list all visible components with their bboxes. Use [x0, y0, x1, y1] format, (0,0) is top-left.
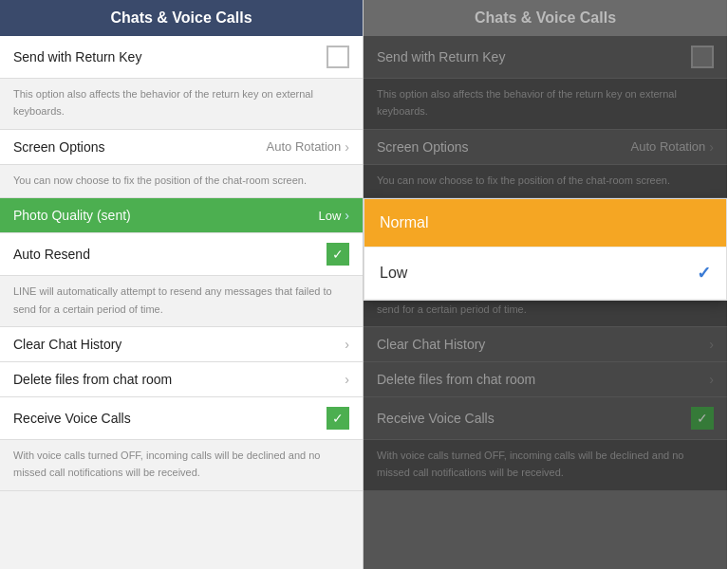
left-receive-voice-calls-desc: With voice calls turned OFF, incoming ca…: [0, 440, 363, 491]
left-screen-options-item[interactable]: Screen Options Auto Rotation ›: [0, 130, 363, 165]
right-screen-options-chevron: ›: [709, 139, 714, 155]
dropdown-low-check: ✓: [697, 263, 711, 284]
left-auto-resend-desc: LINE will automatically attempt to resen…: [0, 276, 363, 327]
right-screen-options-desc: You can now choose to fix the position o…: [364, 165, 727, 198]
right-send-return-key-label: Send with Return Key: [377, 49, 505, 64]
left-screen-options-value: Auto Rotation ›: [267, 139, 349, 155]
right-screen-options-value: Auto Rotation ›: [631, 139, 714, 155]
right-receive-voice-calls-checkbox[interactable]: ✓: [691, 407, 714, 430]
left-auto-resend-label: Auto Resend: [13, 247, 90, 262]
right-delete-files-label: Delete files from chat room: [377, 372, 535, 387]
right-panel-header: Chats & Voice Calls: [364, 0, 727, 36]
left-auto-resend-checkbox[interactable]: ✓: [327, 243, 349, 266]
left-receive-voice-calls-checkbox[interactable]: ✓: [327, 407, 349, 430]
left-send-return-key-desc: This option also affects the behavior of…: [0, 79, 363, 130]
right-send-return-key-item[interactable]: Send with Return Key: [364, 36, 727, 79]
right-receive-voice-calls-item[interactable]: Receive Voice Calls ✓: [364, 397, 727, 440]
left-panel: Chats & Voice Calls Send with Return Key…: [0, 0, 364, 569]
left-clear-chat-history-label: Clear Chat History: [13, 337, 121, 352]
left-delete-files-label: Delete files from chat room: [13, 372, 172, 387]
left-panel-title: Chats & Voice Calls: [110, 9, 252, 26]
left-clear-chat-history-chevron: ›: [345, 337, 349, 352]
left-photo-quality-label: Photo Quality (sent): [13, 208, 131, 223]
left-send-return-key-item[interactable]: Send with Return Key: [0, 36, 363, 79]
right-receive-voice-calls-desc: With voice calls turned OFF, incoming ca…: [364, 440, 727, 491]
right-clear-chat-history-item[interactable]: Clear Chat History ›: [364, 327, 727, 362]
left-send-return-key-checkbox[interactable]: [327, 46, 349, 68]
right-panel: Chats & Voice Calls Send with Return Key…: [364, 0, 727, 569]
left-photo-quality-item[interactable]: Photo Quality (sent) Low ›: [0, 198, 363, 233]
left-delete-files-item[interactable]: Delete files from chat room ›: [0, 362, 363, 397]
right-receive-voice-calls-label: Receive Voice Calls: [377, 411, 495, 426]
right-panel-title: Chats & Voice Calls: [475, 9, 616, 26]
right-photo-quality-item[interactable]: Ph... › Normal Low ✓: [364, 198, 727, 233]
left-photo-quality-value: Low ›: [318, 208, 349, 223]
right-screen-options-label: Screen Options: [377, 139, 469, 155]
photo-quality-dropdown[interactable]: Normal Low ✓: [364, 198, 727, 301]
left-screen-options-chevron: ›: [345, 139, 349, 155]
left-screen-options-label: Screen Options: [13, 139, 105, 155]
left-receive-voice-calls-item[interactable]: Receive Voice Calls ✓: [0, 397, 363, 440]
left-photo-quality-chevron: ›: [345, 208, 349, 223]
right-delete-files-item[interactable]: Delete files from chat room ›: [364, 362, 727, 397]
left-panel-header: Chats & Voice Calls: [0, 0, 363, 36]
left-screen-options-desc: You can now choose to fix the position o…: [0, 165, 363, 198]
right-send-return-key-checkbox[interactable]: [691, 46, 714, 68]
dropdown-normal-label: Normal: [380, 214, 429, 231]
left-send-return-key-label: Send with Return Key: [13, 49, 141, 64]
right-clear-chat-history-label: Clear Chat History: [377, 337, 485, 352]
left-auto-resend-item[interactable]: Auto Resend ✓: [0, 233, 363, 276]
dropdown-option-low[interactable]: Low ✓: [364, 248, 726, 300]
right-settings-list: Send with Return Key This option also af…: [364, 36, 727, 569]
dropdown-low-label: Low: [380, 265, 407, 282]
right-delete-files-chevron: ›: [709, 372, 714, 387]
right-clear-chat-history-chevron: ›: [709, 337, 714, 352]
dropdown-option-normal[interactable]: Normal: [364, 199, 726, 248]
left-clear-chat-history-item[interactable]: Clear Chat History ›: [0, 327, 363, 362]
left-receive-voice-calls-label: Receive Voice Calls: [13, 411, 131, 426]
left-delete-files-chevron: ›: [345, 372, 349, 387]
right-send-return-key-desc: This option also affects the behavior of…: [364, 79, 727, 130]
right-screen-options-item[interactable]: Screen Options Auto Rotation ›: [364, 130, 727, 165]
left-settings-list: Send with Return Key This option also af…: [0, 36, 363, 569]
